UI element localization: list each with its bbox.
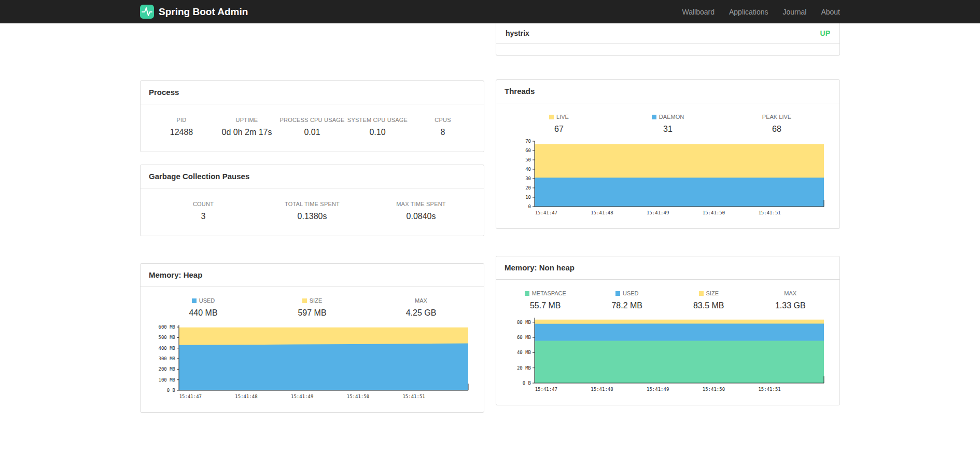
stat-uptime: UPTIME 0d 0h 2m 17s [214,117,279,137]
svg-text:100 MB: 100 MB [158,377,175,383]
stat-process-cpu-usage: PROCESS CPU USAGE 0.01 [279,117,345,137]
svg-text:15:41:51: 15:41:51 [758,387,780,392]
status-badge: UP [820,29,830,37]
legend-nonheap-used: USED 78.2 MB [586,290,668,310]
stat-value: 3 [149,212,258,221]
svg-text:15:41:50: 15:41:50 [703,210,725,215]
svg-text:20 MB: 20 MB [517,365,531,371]
process-panel: Process PID 12488 UPTIME 0d 0h 2m 17s [140,80,484,152]
legend-swatch-blue [615,291,620,296]
application-row-hystrix[interactable]: hystrix UP [496,23,839,44]
legend-label: USED [586,290,668,296]
nav-item-applications[interactable]: Applications [729,8,768,16]
threads-chart: 01020304050607015:41:4715:41:4815:41:491… [505,138,828,221]
legend-heap-max: MAX 4.25 GB [367,297,475,318]
svg-text:0 B: 0 B [167,388,175,393]
gc-panel: Garbage Collection Pauses COUNT 3 TOTAL … [140,165,484,236]
svg-text:15:41:48: 15:41:48 [591,387,613,392]
stat-value: 0.01 [279,128,345,137]
stat-value: 0.1380s [258,212,367,221]
nav-item-wallboard[interactable]: Wallboard [682,8,715,16]
legend-value: 597 MB [258,308,367,318]
legend-swatch-yellow [549,115,554,119]
legend-label: MAX [367,297,475,304]
stat-label: PID [149,117,214,123]
stat-value: 8 [410,128,475,137]
svg-text:60: 60 [525,148,531,153]
legend-value: 78.2 MB [586,301,668,310]
applications-panel-partial: hystrix UP [496,23,840,56]
legend-value: 1.33 GB [750,301,832,310]
legend-swatch-green [525,291,529,296]
stat-label: TOTAL TIME SPENT [258,201,367,207]
nav-item-about[interactable]: About [821,8,840,16]
memory-nonheap-panel-title: Memory: Non heap [505,263,575,272]
svg-text:15:41:47: 15:41:47 [535,210,557,215]
svg-text:400 MB: 400 MB [158,346,175,351]
svg-text:50: 50 [525,157,531,162]
svg-text:600 MB: 600 MB [158,324,175,330]
legend-value: 31 [613,125,722,134]
svg-text:15:41:50: 15:41:50 [347,394,369,399]
svg-text:30: 30 [525,176,531,181]
svg-text:300 MB: 300 MB [158,356,175,361]
right-column: hystrix UP Threads LIVE [496,23,840,413]
memory-nonheap-panel: Memory: Non heap METASPACE 55.7 MB [496,256,840,405]
svg-text:15:41:51: 15:41:51 [402,394,425,399]
stat-gc-total-time: TOTAL TIME SPENT 0.1380s [258,201,367,221]
stat-system-cpu-usage: SYSTEM CPU USAGE 0.10 [345,117,410,137]
main-content: Process PID 12488 UPTIME 0d 0h 2m 17s [140,23,840,413]
legend-swatch-yellow [302,298,307,303]
threads-panel-title: Threads [505,87,535,96]
stat-label: CPUS [410,117,475,123]
threads-panel: Threads LIVE 67 [496,79,840,229]
legend-value: 67 [505,125,613,134]
svg-text:15:41:50: 15:41:50 [703,387,725,392]
stat-pid: PID 12488 [149,117,214,137]
brand-link[interactable]: Spring Boot Admin [140,5,248,19]
memory-nonheap-chart: 0 B20 MB40 MB60 MB80 MB15:41:4715:41:481… [505,315,828,398]
legend-value: 4.25 GB [367,308,475,318]
stat-gc-count: COUNT 3 [149,201,258,221]
legend-label: USED [149,297,258,304]
svg-text:10: 10 [525,195,531,200]
stat-value: 12488 [149,128,214,137]
nav-item-journal[interactable]: Journal [782,8,806,16]
stat-label: UPTIME [214,117,279,123]
svg-text:15:41:48: 15:41:48 [235,394,257,399]
nav-links: Wallboard Applications Journal About [682,8,840,16]
legend-nonheap-max: MAX 1.33 GB [750,290,832,310]
legend-label: LIVE [505,114,613,120]
legend-label: SIZE [258,297,367,304]
legend-value: 68 [722,125,831,134]
stat-label: PROCESS CPU USAGE [279,117,345,123]
legend-swatch-blue [652,115,656,119]
svg-text:0: 0 [528,204,531,209]
stat-label: COUNT [149,201,258,207]
page: Spring Boot Admin Wallboard Applications… [0,0,980,463]
legend-value: 440 MB [149,308,258,318]
legend-threads-peak-live: PEAK LIVE 68 [722,114,831,134]
application-name: hystrix [506,29,529,37]
process-panel-title: Process [149,88,179,97]
legend-value: 83.5 MB [668,301,750,310]
left-column: Process PID 12488 UPTIME 0d 0h 2m 17s [140,23,484,413]
stat-value: 0d 0h 2m 17s [214,128,279,137]
spring-boot-admin-logo-icon [140,5,154,19]
stat-value: 0.0840s [367,212,475,221]
legend-label: PEAK LIVE [722,114,831,120]
svg-text:70: 70 [525,139,531,144]
legend-heap-used: USED 440 MB [149,297,258,318]
svg-text:15:41:49: 15:41:49 [647,210,669,215]
legend-label: METASPACE [505,290,586,296]
svg-text:15:41:47: 15:41:47 [535,387,557,392]
gc-panel-title: Garbage Collection Pauses [149,172,249,181]
legend-label: DAEMON [613,114,722,120]
svg-text:15:41:51: 15:41:51 [758,210,780,215]
memory-heap-panel: Memory: Heap USED 440 MB [140,263,484,413]
legend-threads-daemon: DAEMON 31 [613,114,722,134]
stat-label: MAX TIME SPENT [367,201,475,207]
stat-cpus: CPUS 8 [410,117,475,137]
legend-label: SIZE [668,290,750,296]
svg-text:15:41:49: 15:41:49 [647,387,669,392]
